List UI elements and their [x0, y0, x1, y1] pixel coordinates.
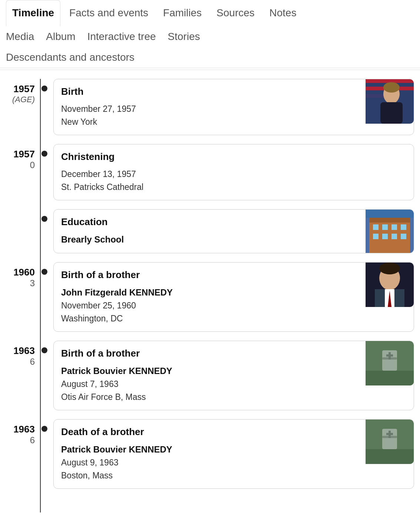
event-date: August 9, 1963: [61, 456, 403, 469]
nav-row-1: Timeline Facts and events Families Sourc…: [6, 0, 414, 26]
event-date: December 13, 1957: [61, 168, 403, 181]
event-image-birth: [366, 79, 414, 124]
event-date: November 25, 1960: [61, 299, 403, 312]
svg-rect-36: [386, 433, 393, 435]
nav-row-3: Descendants and ancestors: [6, 47, 414, 68]
event-person: Patrick Bouvier KENNEDY: [61, 364, 403, 378]
year-label: 1960: [6, 267, 35, 278]
tab-interactive-tree[interactable]: Interactive tree: [87, 31, 156, 43]
timeline-entry-christening: 1957 0 Christening December 13, 1957 St.…: [6, 144, 414, 200]
tab-media[interactable]: Media: [6, 31, 34, 43]
nav-container: Timeline Facts and events Families Sourc…: [0, 0, 420, 68]
tab-timeline[interactable]: Timeline: [6, 0, 60, 27]
event-person: John Fitzgerald KENNEDY: [61, 286, 403, 299]
svg-rect-10: [373, 224, 379, 230]
event-place: Washington, DC: [61, 312, 403, 325]
event-text: Birth of a brother Patrick Bouvier KENNE…: [61, 348, 407, 403]
event-text: Education Brearly School: [61, 216, 407, 246]
svg-rect-15: [382, 234, 388, 239]
event-text: Birth November 27, 1957 New York: [61, 86, 407, 128]
event-place: New York: [61, 116, 403, 128]
tab-album[interactable]: Album: [46, 31, 75, 43]
nav-row-2: Media Album Interactive tree Stories: [6, 26, 414, 47]
age-label: (AGE): [6, 95, 35, 104]
timeline-entry-birth-patrick: 1963 6 Birth of a brother Patrick Bouvie…: [6, 341, 414, 410]
year-col-1963a: 1963 6: [6, 341, 39, 367]
svg-rect-17: [401, 234, 406, 239]
event-card-inner: Birth of a brother John Fitzgerald KENNE…: [61, 269, 407, 325]
year-col-christening: 1957 0: [6, 144, 39, 170]
event-text: Death of a brother Patrick Bouvier KENNE…: [61, 426, 407, 482]
svg-rect-30: [386, 354, 393, 357]
event-title: Christening: [61, 151, 403, 163]
event-date: November 27, 1957: [61, 103, 403, 116]
tab-descendants[interactable]: Descendants and ancestors: [6, 51, 414, 63]
event-school: Brearly School: [61, 233, 403, 246]
timeline-dot: [41, 216, 47, 222]
event-place: St. Patricks Cathedral: [61, 181, 403, 194]
year-col-1963b: 1963 6: [6, 419, 39, 445]
timeline-dot: [41, 347, 47, 353]
event-text: Christening December 13, 1957 St. Patric…: [61, 151, 407, 193]
dot-col: [39, 419, 50, 432]
event-title: Education: [61, 216, 403, 228]
dot-col: [39, 341, 50, 353]
year-col-education: [6, 209, 39, 214]
event-image-grave2: [366, 420, 414, 464]
event-card-education[interactable]: Education Brearly School: [53, 209, 414, 253]
nav-divider: [0, 70, 420, 70]
event-image-jfk: [366, 263, 414, 307]
event-date: August 7, 1963: [61, 378, 403, 391]
tab-notes[interactable]: Notes: [263, 0, 302, 27]
event-card-inner: Birth of a brother Patrick Bouvier KENNE…: [61, 348, 407, 403]
timeline-entry-education: Education Brearly School: [6, 209, 414, 253]
year-label: 1957: [6, 83, 35, 95]
svg-rect-32: [366, 449, 414, 464]
svg-rect-5: [380, 102, 403, 124]
year-col-1960: 1960 3: [6, 262, 39, 288]
svg-point-21: [379, 263, 400, 274]
event-card-birth-jfk[interactable]: Birth of a brother John Fitzgerald KENNE…: [53, 262, 414, 332]
event-title: Birth of a brother: [61, 348, 403, 359]
event-title: Birth: [61, 86, 403, 97]
svg-rect-26: [366, 371, 414, 385]
timeline-entry-birth-jfk: 1960 3 Birth of a brother John Fitzgeral…: [6, 262, 414, 332]
event-image-grave1: [366, 341, 414, 385]
event-person: Patrick Bouvier KENNEDY: [61, 443, 403, 456]
year-label: 1963: [6, 345, 35, 357]
svg-rect-14: [373, 234, 379, 239]
dot-col: [39, 262, 50, 275]
year-label: 1963: [6, 424, 35, 435]
tab-facts[interactable]: Facts and events: [63, 0, 154, 27]
svg-rect-9: [369, 217, 410, 223]
event-card-birth[interactable]: Birth November 27, 1957 New York: [53, 79, 414, 135]
svg-rect-11: [382, 224, 388, 230]
year-label: 1957: [6, 148, 35, 160]
event-card-death-patrick[interactable]: Death of a brother Patrick Bouvier KENNE…: [53, 419, 414, 489]
event-title: Death of a brother: [61, 426, 403, 438]
event-card-inner: Birth November 27, 1957 New York: [61, 86, 407, 128]
timeline-dot: [41, 269, 47, 275]
timeline-dot: [41, 151, 47, 157]
event-card-christening[interactable]: Christening December 13, 1957 St. Patric…: [53, 144, 414, 200]
age-label: 0: [6, 160, 35, 170]
dot-col: [39, 209, 50, 222]
event-place: Otis Air Force B, Mass: [61, 391, 403, 404]
dot-col: [39, 79, 50, 91]
event-card-birth-patrick[interactable]: Birth of a brother Patrick Bouvier KENNE…: [53, 341, 414, 410]
tab-families[interactable]: Families: [157, 0, 207, 27]
timeline-entry-birth: 1957 (AGE) Birth November 27, 1957 New Y…: [6, 79, 414, 135]
event-image-education: [366, 210, 414, 253]
tab-sources[interactable]: Sources: [211, 0, 261, 27]
tab-stories[interactable]: Stories: [168, 31, 200, 43]
age-label: 6: [6, 357, 35, 367]
event-card-inner: Death of a brother Patrick Bouvier KENNE…: [61, 426, 407, 482]
svg-rect-16: [391, 234, 397, 239]
event-title: Birth of a brother: [61, 269, 403, 281]
event-card-inner: Education Brearly School: [61, 216, 407, 246]
timeline-dot: [41, 426, 47, 432]
timeline-dot: [41, 86, 47, 91]
event-text: Birth of a brother John Fitzgerald KENNE…: [61, 269, 407, 325]
timeline-entry-death-patrick: 1963 6 Death of a brother Patrick Bouvie…: [6, 419, 414, 489]
svg-rect-13: [401, 224, 406, 230]
